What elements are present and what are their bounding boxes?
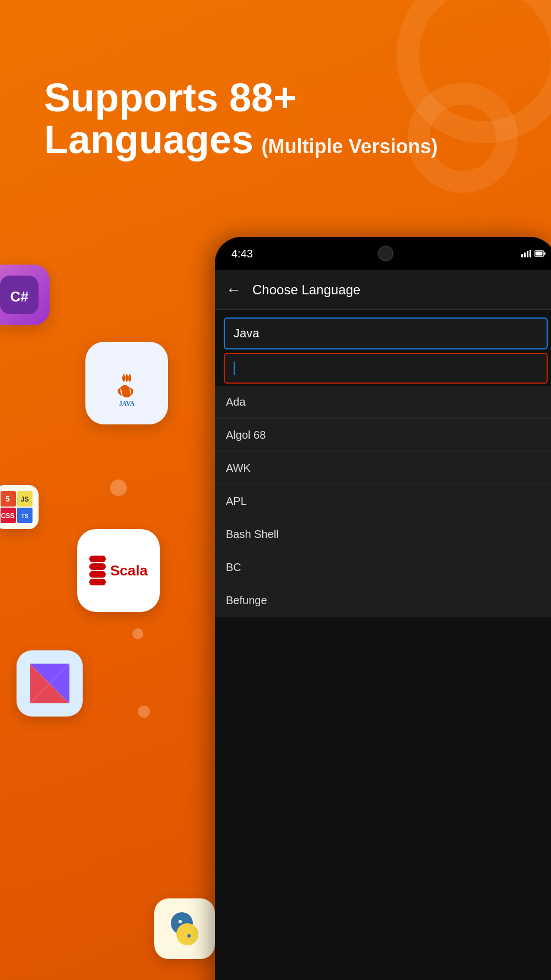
phone-camera — [378, 246, 393, 261]
language-name: APL — [226, 495, 247, 507]
svg-text:JS: JS — [21, 496, 29, 503]
status-bar: 4:43 — [215, 237, 551, 270]
deco-dot-1 — [110, 480, 127, 496]
language-list: Ada Algol 68 AWK APL Bash Shell BC Befun… — [215, 386, 551, 617]
language-item-apl[interactable]: APL — [215, 485, 551, 518]
language-name: BC — [226, 561, 241, 573]
search-input-box[interactable] — [224, 353, 548, 384]
language-item-bc[interactable]: BC — [215, 551, 551, 584]
svg-text:JAVA: JAVA — [119, 400, 135, 407]
header-line2: Languages — [44, 117, 253, 161]
svg-rect-26 — [530, 250, 531, 257]
kotlin-icon — [17, 650, 83, 717]
svg-rect-13 — [89, 571, 106, 578]
language-item-befunge[interactable]: Befunge — [215, 584, 551, 617]
language-item-ada[interactable]: Ada — [215, 386, 551, 419]
phone-mockup: 4:43 ← Choose Language Java — [215, 237, 551, 980]
header-line1: Supports 88+ — [44, 77, 438, 119]
battery-icon — [534, 250, 545, 257]
current-language-text: Java — [234, 326, 259, 340]
svg-rect-11 — [89, 556, 106, 562]
language-name: Algol 68 — [226, 429, 266, 441]
language-name: Bash Shell — [226, 528, 279, 540]
csharp-svg: C# — [0, 276, 39, 314]
svg-text:CSS: CSS — [1, 512, 15, 520]
svg-text:TS: TS — [21, 513, 29, 519]
language-item-awk[interactable]: AWK — [215, 452, 551, 485]
svg-text:C#: C# — [10, 288, 29, 305]
current-language-box[interactable]: Java — [224, 317, 548, 349]
svg-rect-28 — [544, 252, 546, 255]
search-cursor — [234, 362, 235, 375]
svg-rect-29 — [536, 252, 543, 256]
svg-point-22 — [187, 934, 191, 938]
phone-time: 4:43 — [231, 247, 253, 260]
app-title: Choose Language — [252, 282, 360, 298]
java-icon: JAVA — [85, 342, 168, 424]
webdev-svg: 5 JS CSS TS — [0, 491, 33, 524]
svg-rect-12 — [89, 563, 106, 570]
java-logo-svg: JAVA — [102, 358, 152, 408]
svg-rect-25 — [527, 251, 528, 257]
webdev-icon: 5 JS CSS TS — [0, 485, 39, 529]
python-icon — [154, 898, 215, 959]
kotlin-svg — [28, 661, 72, 706]
header-subtitle: (Multiple Versions) — [262, 135, 438, 158]
python-svg — [165, 909, 204, 948]
header-section: Supports 88+ Languages (Multiple Version… — [44, 77, 438, 160]
language-item-bash-shell[interactable]: Bash Shell — [215, 518, 551, 551]
svg-point-21 — [179, 920, 182, 923]
deco-dot-3 — [138, 706, 150, 718]
language-item-algol68[interactable]: Algol 68 — [215, 419, 551, 452]
svg-rect-23 — [521, 254, 523, 257]
svg-text:5: 5 — [6, 494, 10, 503]
scala-logo-svg — [89, 556, 106, 586]
app-header: ← Choose Language — [215, 270, 551, 310]
language-name: Befunge — [226, 594, 267, 606]
language-name: AWK — [226, 462, 251, 474]
back-button[interactable]: ← — [226, 281, 241, 299]
signal-icon — [521, 250, 531, 257]
svg-rect-24 — [524, 252, 526, 257]
svg-point-20 — [176, 923, 198, 945]
csharp-icon: C# — [0, 265, 50, 325]
language-name: Ada — [226, 396, 246, 408]
svg-rect-14 — [89, 579, 106, 585]
scala-icon: Scala — [77, 529, 160, 612]
deco-dot-2 — [132, 628, 143, 639]
scala-label: Scala — [110, 562, 148, 579]
